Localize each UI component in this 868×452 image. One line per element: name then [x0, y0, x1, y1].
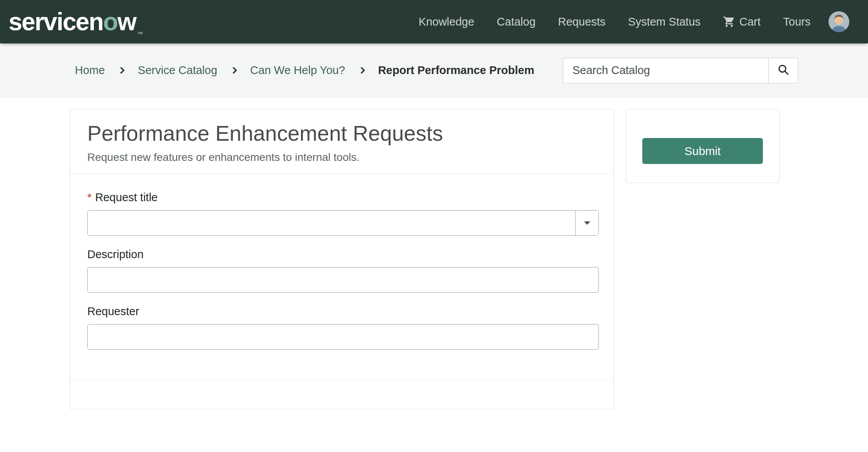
nav-tours[interactable]: Tours — [783, 16, 811, 28]
nav-knowledge[interactable]: Knowledge — [418, 16, 474, 28]
requester-label: Requester — [87, 305, 599, 318]
chevron-right-icon — [118, 67, 125, 74]
nav-cart-label: Cart — [739, 16, 761, 28]
catalog-item-card: Performance Enhancement Requests Request… — [70, 109, 614, 409]
field-requester: Requester — [87, 305, 599, 350]
caret-down-icon — [584, 221, 590, 225]
request-title-combo — [87, 210, 599, 236]
breadcrumb-home[interactable]: Home — [75, 64, 105, 77]
logo-accent-o: o — [103, 8, 118, 36]
search-input[interactable] — [563, 58, 768, 83]
search-button[interactable] — [768, 58, 798, 83]
trademark-symbol: ™ — [137, 31, 143, 37]
description-label: Description — [87, 248, 599, 261]
logo-text-start: servicen — [9, 8, 103, 36]
catalog-item-header: Performance Enhancement Requests Request… — [70, 109, 614, 174]
page-title: Performance Enhancement Requests — [87, 121, 597, 146]
submit-button[interactable]: Submit — [642, 138, 763, 164]
request-title-label-text: Request title — [95, 191, 157, 204]
page-subtitle: Request new features or enhancements to … — [87, 151, 597, 164]
request-title-label: *Request title — [87, 191, 599, 204]
actions-card: Submit — [626, 109, 780, 183]
breadcrumb-can-we-help-you[interactable]: Can We Help You? — [250, 64, 345, 77]
chevron-right-icon — [230, 67, 237, 74]
top-header: servicenow™ Knowledge Catalog Requests S… — [0, 0, 868, 43]
description-input[interactable] — [87, 267, 599, 293]
user-avatar[interactable] — [828, 11, 849, 32]
request-form: *Request title Description Requester — [70, 174, 614, 350]
chevron-right-icon — [358, 67, 365, 74]
field-description: Description — [87, 248, 599, 293]
nav-cart[interactable]: Cart — [723, 16, 761, 28]
logo-text-end: w — [118, 8, 136, 36]
breadcrumb-service-catalog[interactable]: Service Catalog — [138, 64, 217, 77]
breadcrumb: Home Service Catalog Can We Help You? Re… — [75, 64, 534, 77]
search-icon — [778, 64, 789, 77]
field-request-title: *Request title — [87, 191, 599, 236]
card-footer — [70, 380, 614, 409]
page: { "header": { "logo": { "part1": "servic… — [0, 0, 868, 452]
breadcrumb-current: Report Performance Problem — [378, 64, 534, 77]
breadcrumb-bar: Home Service Catalog Can We Help You? Re… — [0, 43, 868, 98]
required-asterisk: * — [87, 191, 92, 204]
request-title-dropdown-button[interactable] — [575, 210, 598, 235]
top-nav: Knowledge Catalog Requests System Status… — [418, 16, 811, 28]
nav-requests[interactable]: Requests — [558, 16, 606, 28]
request-title-input[interactable] — [88, 210, 575, 235]
catalog-search — [563, 58, 798, 83]
cart-icon — [723, 16, 735, 28]
servicenow-logo[interactable]: servicenow™ — [9, 9, 142, 34]
nav-catalog[interactable]: Catalog — [497, 16, 536, 28]
requester-input[interactable] — [87, 324, 599, 350]
nav-system-status[interactable]: System Status — [628, 16, 700, 28]
